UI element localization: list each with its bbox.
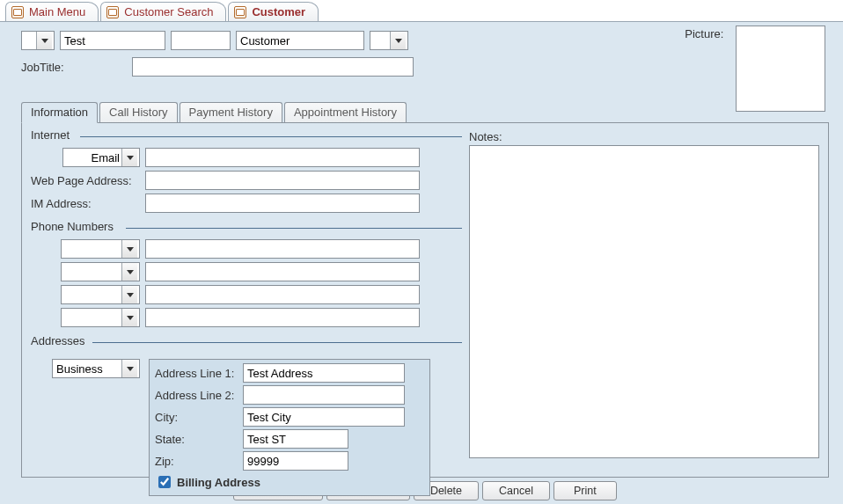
middle-name-input[interactable] (171, 31, 231, 50)
addresses-fieldset: Addresses Address Line 1: (31, 336, 462, 496)
addr-city-label: City: (155, 411, 239, 424)
billing-checkbox[interactable] (158, 476, 171, 488)
notes-section: Notes: (469, 130, 819, 458)
form-icon (11, 6, 24, 18)
phone-type-input[interactable] (62, 286, 121, 303)
cancel-button[interactable]: Cancel (482, 481, 550, 500)
phone-input[interactable] (145, 239, 420, 259)
im-label: IM Address: (31, 197, 140, 210)
suffix-combo[interactable] (370, 31, 408, 50)
first-name-input[interactable] (60, 31, 165, 50)
tab-payment-history[interactable]: Payment History (180, 102, 282, 123)
internet-legend: Internet (31, 128, 75, 142)
email-type-input[interactable] (63, 149, 121, 166)
form-icon (234, 6, 246, 18)
addr-line2-input[interactable] (243, 385, 405, 405)
chevron-down-icon[interactable] (121, 360, 137, 377)
doc-tab-label: Main Menu (29, 5, 85, 18)
email-type-combo[interactable] (62, 148, 140, 167)
phone-type-input[interactable] (62, 240, 121, 258)
inner-tab-label: Information (31, 106, 88, 119)
phone-type-combo[interactable] (61, 308, 140, 327)
doc-tab-main-menu[interactable]: Main Menu (5, 2, 99, 21)
phone-type-combo[interactable] (61, 239, 140, 259)
address-type-combo[interactable] (52, 359, 140, 378)
tab-information[interactable]: Information (21, 102, 98, 123)
picture-area: Picture: (685, 26, 825, 112)
inner-tab-label: Payment History (189, 106, 273, 119)
jobtitle-input[interactable] (132, 57, 414, 77)
addr-state-label: State: (155, 433, 239, 446)
email-input[interactable] (145, 148, 420, 167)
webpage-label: Web Page Address: (31, 174, 140, 187)
phone-type-combo[interactable] (61, 285, 140, 304)
notes-textarea[interactable] (469, 145, 819, 458)
inner-panel: Internet (21, 122, 829, 478)
document-tabs: Main Menu Customer Search Customer (0, 0, 843, 21)
phones-fieldset: Phone Numbers (31, 222, 462, 327)
addr-line1-label: Address Line 1: (155, 367, 239, 380)
prefix-combo[interactable] (21, 31, 55, 50)
addr-zip-label: Zip: (155, 455, 239, 468)
internet-fieldset: Internet (31, 130, 462, 213)
phone-input[interactable] (145, 262, 420, 281)
addr-line1-input[interactable] (243, 363, 405, 383)
doc-tab-label: Customer Search (124, 5, 213, 18)
address-panel: Address Line 1: Address Line 2: City: St… (149, 359, 430, 496)
phone-input[interactable] (145, 285, 420, 304)
print-button[interactable]: Print (553, 481, 617, 500)
addresses-legend: Addresses (31, 334, 90, 347)
phone-type-input[interactable] (62, 309, 121, 326)
addr-zip-input[interactable] (243, 451, 348, 471)
tab-call-history[interactable]: Call History (99, 102, 177, 123)
chevron-down-icon[interactable] (121, 149, 137, 166)
notes-label: Notes: (469, 130, 819, 143)
phones-legend: Phone Numbers (31, 220, 119, 233)
chevron-down-icon[interactable] (121, 286, 137, 303)
inner-tab-label: Call History (109, 106, 167, 119)
chevron-down-icon[interactable] (121, 240, 137, 258)
prefix-input[interactable] (22, 32, 36, 49)
suffix-input[interactable] (370, 32, 390, 49)
address-type-input[interactable] (53, 360, 121, 377)
webpage-input[interactable] (145, 171, 420, 190)
chevron-down-icon[interactable] (36, 32, 52, 49)
last-name-input[interactable] (236, 31, 364, 50)
form-icon (106, 6, 119, 18)
phone-type-combo[interactable] (61, 262, 140, 281)
picture-box[interactable] (736, 26, 825, 112)
phone-input[interactable] (145, 308, 420, 327)
addr-line2-label: Address Line 2: (155, 389, 239, 402)
doc-tab-customer-search[interactable]: Customer Search (100, 2, 226, 21)
doc-tab-label: Customer (252, 5, 305, 18)
jobtitle-label: JobTitle: (21, 61, 127, 74)
im-input[interactable] (145, 194, 420, 213)
addr-state-input[interactable] (243, 429, 348, 449)
tab-appointment-history[interactable]: Appointment History (284, 102, 407, 123)
chevron-down-icon[interactable] (121, 263, 137, 281)
phone-type-input[interactable] (62, 263, 121, 281)
chevron-down-icon[interactable] (121, 309, 137, 326)
chevron-down-icon[interactable] (390, 32, 406, 49)
picture-label: Picture: (685, 27, 723, 40)
doc-tab-customer[interactable]: Customer (228, 2, 319, 21)
addr-city-input[interactable] (243, 407, 405, 427)
billing-label: Billing Address (177, 476, 260, 489)
inner-tab-label: Appointment History (294, 106, 397, 119)
form-body: JobTitle: Picture: Information Call Hist… (0, 21, 843, 504)
